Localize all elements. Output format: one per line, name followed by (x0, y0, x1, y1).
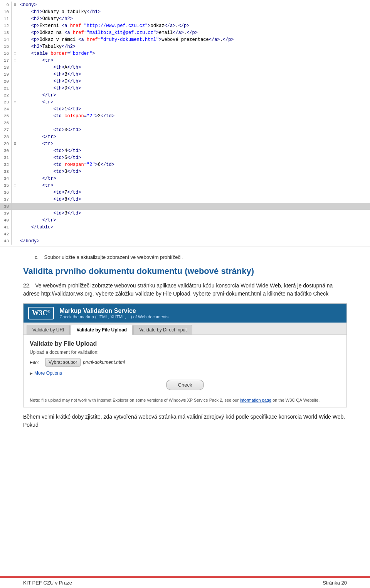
code-content: <th>A</th> (19, 64, 370, 71)
fold-icon (14, 64, 19, 71)
code-content: <p>Odkaz v rámci <a href="druhy-dokument… (19, 36, 370, 43)
code-content (19, 203, 370, 210)
fold-icon (14, 71, 19, 78)
fold-icon[interactable]: ⊟ (14, 57, 19, 64)
line-number: 22 (0, 92, 12, 99)
line-number: 9 (0, 2, 12, 8)
choose-file-button[interactable]: Vybrat soubor (45, 358, 81, 367)
fold-icon (14, 15, 19, 22)
validator-header: W3C® Markup Validation Service Check the… (24, 304, 346, 323)
line-number: 26 (0, 120, 12, 127)
code-line-16: 16⊟ <table border="border"> (0, 50, 370, 57)
code-content: <th>C</th> (19, 78, 370, 85)
fold-icon[interactable]: ⊟ (14, 140, 19, 147)
line-number: 27 (0, 127, 12, 133)
code-line-37: 37 <td>8</td> (0, 196, 370, 203)
code-content: </body> (19, 238, 370, 245)
line-number: 14 (0, 36, 12, 43)
line-number: 42 (0, 231, 12, 238)
tab-validate-uri[interactable]: Validate by URI (27, 325, 70, 335)
file-label: File: (30, 360, 45, 365)
code-line-15: 15 <h2>Tabulky</h2> (0, 43, 370, 50)
item-22-num: 22. (23, 282, 30, 289)
line-number: 32 (0, 161, 12, 168)
code-line-17: 17⊟ <tr> (0, 57, 370, 64)
code-line-39: 39 <td>3</td> (0, 210, 370, 217)
information-page-link[interactable]: information page (240, 398, 271, 402)
code-line-25: 25 <td colspan="2">2</td> (0, 113, 370, 120)
code-line-11: 11 <h2>Odkazy</h2> (0, 15, 370, 22)
code-line-23: 23⊟ <tr> (0, 99, 370, 106)
line-number: 15 (0, 43, 12, 50)
fold-icon (14, 224, 19, 231)
fold-icon[interactable]: ⊟ (14, 182, 19, 189)
code-content: <table border="border"> (19, 50, 370, 57)
fold-icon (14, 154, 19, 161)
line-number: 41 (0, 224, 12, 231)
file-name-display: prvni-dokument.html (83, 360, 125, 365)
fold-icon (14, 106, 19, 113)
fold-icon (14, 29, 19, 36)
more-options[interactable]: More Options (30, 370, 340, 376)
line-number: 35 (0, 182, 12, 189)
code-content: <td>5</td> (19, 154, 370, 161)
code-content: <td>3</td> (19, 127, 370, 133)
fold-icon[interactable]: ⊟ (14, 50, 19, 57)
line-number: 25 (0, 113, 12, 120)
section-c: c. Soubor uložte a aktualizujte zobrazen… (23, 254, 347, 260)
code-line-33: 33 <td>3</td> (0, 168, 370, 175)
line-number: 21 (0, 85, 12, 92)
tab-validate-file-upload[interactable]: Validate by File Upload (71, 325, 133, 335)
line-number: 30 (0, 147, 12, 154)
fold-icon (14, 133, 19, 140)
item-22: 22. Ve webovém prohlížeči zobrazte webov… (23, 282, 347, 298)
fold-icon[interactable]: ⊟ (14, 99, 19, 106)
code-content: </tr> (19, 92, 370, 99)
code-line-26: 26 (0, 120, 370, 127)
line-number: 36 (0, 189, 12, 196)
code-line-43: 43</body> (0, 238, 370, 245)
code-line-28: 28 </tr> (0, 133, 370, 140)
line-number: 13 (0, 29, 12, 36)
code-content: <p>Odkaz na <a href="mailto:s_kit@pef.cz… (19, 29, 370, 36)
code-line-21: 21 <th>D</th> (0, 85, 370, 92)
code-content: <h2>Odkazy</h2> (19, 15, 370, 22)
check-button[interactable]: Check (166, 380, 204, 390)
w3c-logo-text: W3C (32, 309, 47, 317)
line-number: 34 (0, 175, 12, 182)
line-number: 10 (0, 8, 12, 15)
fold-icon (14, 175, 19, 182)
fold-icon (14, 36, 19, 43)
validator-upload-label: Upload a document for validation: (30, 350, 340, 355)
code-line-36: 36 <td>7</td> (0, 189, 370, 196)
validator-section-title: Validate by File Upload (30, 340, 340, 347)
code-content: <body> (19, 2, 370, 8)
validator-widget: W3C® Markup Validation Service Check the… (23, 303, 347, 407)
code-content: <th>D</th> (19, 85, 370, 92)
fold-icon (14, 231, 19, 238)
validator-tabs: Validate by URI Validate by File Upload … (24, 323, 346, 335)
line-number: 29 (0, 140, 12, 147)
code-line-18: 18 <th>A</th> (0, 64, 370, 71)
fold-icon (14, 196, 19, 203)
line-number: 12 (0, 22, 12, 29)
line-number: 23 (0, 99, 12, 106)
section-c-letter: c. (35, 254, 39, 260)
tab-validate-direct-input[interactable]: Validate by Direct Input (133, 325, 192, 335)
item-22-text: Ve webovém prohlížeči zobrazte webovou s… (23, 282, 333, 297)
code-content: <td>3</td> (19, 210, 370, 217)
fold-icon[interactable]: ⊟ (14, 2, 19, 8)
section-heading: Validita prvního dokumentu dokumentu (we… (23, 266, 347, 276)
line-number: 11 (0, 15, 12, 22)
code-content: </table> (19, 224, 370, 231)
w3c-logo: W3C® (28, 307, 54, 319)
section-c-text: Soubor uložte a aktualizujte zobrazení v… (44, 254, 183, 260)
fold-icon (14, 203, 19, 210)
code-line-30: 30 <td>4</td> (0, 147, 370, 154)
footer: KIT PEF CZU v Praze Stránka 20 (0, 576, 370, 588)
code-line-22: 22 </tr> (0, 92, 370, 99)
code-line-20: 20 <th>C</th> (0, 78, 370, 85)
footer-left: KIT PEF CZU v Praze (23, 580, 72, 586)
code-content: <tr> (19, 99, 370, 106)
line-number: 28 (0, 133, 12, 140)
